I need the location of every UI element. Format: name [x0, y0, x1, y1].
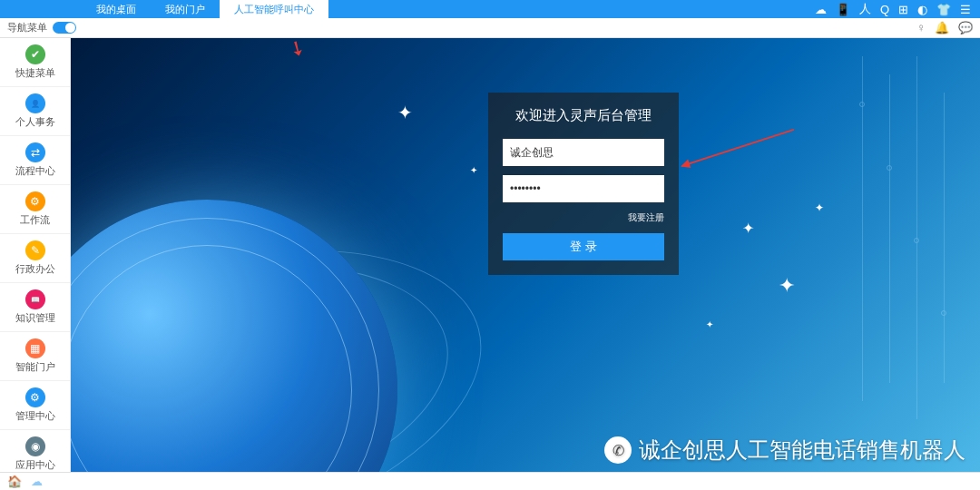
login-button[interactable]: 登 录: [503, 233, 664, 260]
password-input[interactable]: [503, 175, 664, 202]
sidebar-item[interactable]: ▦智能门户: [0, 332, 70, 381]
subbar-icon-group: ♀ 🔔 💬: [916, 21, 973, 34]
user-icon[interactable]: 人: [859, 1, 871, 17]
sidebar-item[interactable]: ◉应用中心: [0, 430, 70, 472]
annotation-arrow: [681, 129, 794, 167]
star-icon: ✦: [397, 102, 413, 123]
sidebar-item-icon: ⚙: [25, 191, 45, 211]
login-panel: 欢迎进入灵声后台管理 我要注册 登 录: [488, 93, 679, 275]
globe-icon[interactable]: ◐: [917, 3, 927, 16]
sidebar-item-icon: 📖: [25, 289, 45, 309]
top-tab[interactable]: 我的门户: [151, 0, 220, 18]
sidebar-item-icon: ✎: [25, 240, 45, 260]
sidebar-item-icon: 👤: [25, 93, 45, 113]
top-tab[interactable]: 人工智能呼叫中心: [220, 0, 328, 18]
nav-toggle[interactable]: [53, 22, 76, 34]
decor-globe: [71, 200, 397, 472]
star-icon: ✦: [706, 319, 713, 329]
star-icon: ✦: [779, 274, 795, 298]
sidebar: ✔快捷菜单👤个人事务⇄流程中心⚙工作流✎行政办公📖知识管理▦智能门户⚙管理中心◉…: [0, 38, 71, 472]
star-icon: ✦: [815, 201, 824, 214]
sidebar-item-icon: ✔: [25, 44, 45, 64]
content-pane: ✦ ✦ ✦ ✦ ✦ ✦ ➘ 欢迎进入灵声后台管理 我要注册 登 录 ✆ 诚企创思…: [71, 38, 980, 472]
menu-icon[interactable]: ☰: [960, 3, 971, 16]
watermark: ✆ 诚企创思人工智能电话销售机器人: [604, 436, 965, 465]
star-icon: ✦: [470, 165, 477, 175]
search-icon[interactable]: Q: [880, 3, 889, 16]
wechat-icon: ✆: [604, 436, 632, 464]
sidebar-item[interactable]: 📖知识管理: [0, 283, 70, 332]
nav-menu-label: 导航菜单: [7, 21, 47, 34]
top-tabs: 我的桌面我的门户人工智能呼叫中心: [82, 0, 328, 18]
main-area: ✔快捷菜单👤个人事务⇄流程中心⚙工作流✎行政办公📖知识管理▦智能门户⚙管理中心◉…: [0, 38, 980, 472]
sidebar-item-label: 管理中心: [15, 409, 55, 423]
sidebar-item-label: 知识管理: [15, 311, 55, 325]
sidebar-item-label: 流程中心: [15, 164, 55, 178]
star-icon: ✦: [742, 220, 754, 237]
sidebar-item-label: 应用中心: [15, 458, 55, 472]
topbar-icon-group: ☁ 📱 人 Q ⊞ ◐ 👕 ☰: [815, 1, 971, 17]
sidebar-item[interactable]: ✎行政办公: [0, 234, 70, 283]
user-icon[interactable]: ♀: [916, 21, 926, 34]
cloud-icon[interactable]: ☁: [31, 475, 43, 488]
apps-icon[interactable]: ⊞: [898, 3, 908, 16]
username-input[interactable]: [503, 139, 664, 166]
bottom-bar: 🏠 ☁: [0, 472, 980, 490]
sidebar-item-icon: ⚙: [25, 387, 45, 407]
register-link[interactable]: 我要注册: [503, 211, 664, 224]
sidebar-item-icon: ⇄: [25, 142, 45, 162]
sidebar-item-label: 工作流: [20, 213, 50, 227]
top-tab[interactable]: 我的桌面: [82, 0, 151, 18]
sidebar-item[interactable]: ⚙工作流: [0, 185, 70, 234]
cloud-icon[interactable]: ☁: [815, 3, 827, 16]
sidebar-item[interactable]: 👤个人事务: [0, 87, 70, 136]
sidebar-item-label: 快捷菜单: [15, 66, 55, 80]
mobile-icon[interactable]: 📱: [836, 3, 850, 16]
sidebar-item[interactable]: ⚙管理中心: [0, 381, 70, 430]
sidebar-item[interactable]: ✔快捷菜单: [0, 38, 70, 87]
login-title: 欢迎进入灵声后台管理: [503, 107, 664, 124]
sidebar-item-icon: ◉: [25, 436, 45, 456]
sidebar-item-label: 个人事务: [15, 115, 55, 129]
sidebar-item-icon: ▦: [25, 338, 45, 358]
shirt-icon[interactable]: 👕: [936, 3, 951, 16]
decor-circuit: [835, 56, 971, 419]
sidebar-item[interactable]: ⇄流程中心: [0, 136, 70, 185]
annotation-arrow: ➘: [284, 38, 310, 63]
top-bar: 我的桌面我的门户人工智能呼叫中心 ☁ 📱 人 Q ⊞ ◐ 👕 ☰: [0, 0, 980, 18]
sidebar-item-label: 智能门户: [15, 360, 55, 374]
sidebar-item-label: 行政办公: [15, 262, 55, 276]
home-icon[interactable]: 🏠: [7, 475, 22, 488]
bell-icon[interactable]: 🔔: [935, 21, 949, 34]
watermark-text: 诚企创思人工智能电话销售机器人: [639, 436, 965, 465]
chat-icon[interactable]: 💬: [958, 21, 973, 34]
sub-bar: 导航菜单 ♀ 🔔 💬: [0, 18, 980, 38]
